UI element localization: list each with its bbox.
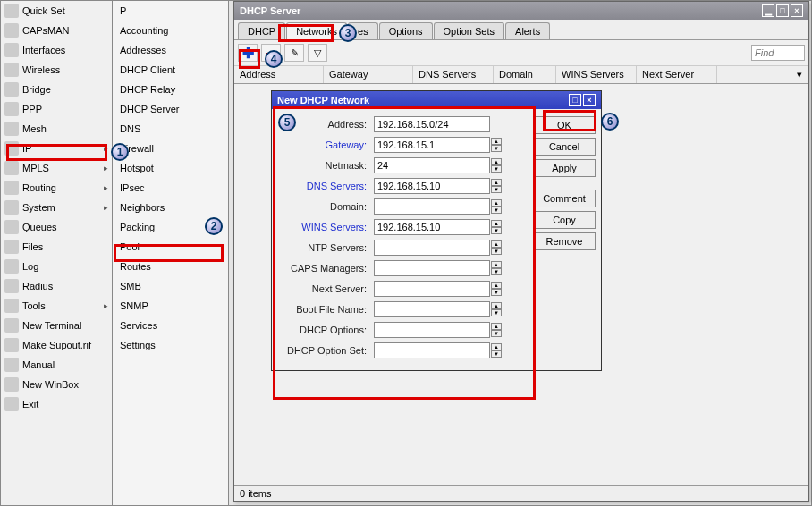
input-ntp[interactable] [374, 240, 490, 256]
stepper-down-icon[interactable]: ▼ [491, 186, 502, 193]
dialog-close-icon[interactable]: × [583, 94, 596, 106]
sidebar-item-files[interactable]: Files [1, 237, 112, 257]
stepper-boot[interactable]: ▲▼ [491, 302, 502, 316]
submenu-item-smb[interactable]: SMB [113, 276, 228, 296]
stepper-up-icon[interactable]: ▲ [491, 158, 502, 165]
submenu-item-dns[interactable]: DNS [113, 119, 228, 139]
column-header[interactable]: Next Server [637, 66, 717, 83]
comment-button[interactable]: Comment [533, 190, 596, 207]
window-max-icon[interactable]: □ [776, 4, 789, 17]
input-netmask[interactable] [374, 157, 490, 173]
submenu-item-dhcp-server[interactable]: DHCP Server [113, 99, 228, 119]
column-menu-icon[interactable]: ▾ [717, 66, 808, 83]
input-dns[interactable] [374, 178, 490, 194]
input-domain[interactable] [374, 198, 490, 215]
stepper-up-icon[interactable]: ▲ [491, 302, 502, 309]
stepper-gateway[interactable]: ▲▼ [491, 138, 502, 152]
input-address[interactable] [374, 116, 490, 132]
stepper-down-icon[interactable]: ▼ [491, 248, 502, 255]
column-header[interactable]: Gateway [324, 66, 413, 83]
stepper-down-icon[interactable]: ▼ [491, 268, 502, 275]
stepper-dns[interactable]: ▲▼ [491, 179, 502, 193]
apply-button[interactable]: Apply [533, 159, 596, 177]
column-header[interactable]: DNS Servers [413, 66, 494, 83]
input-boot[interactable] [374, 301, 490, 317]
submenu-item-accounting[interactable]: Accounting [113, 21, 228, 40]
submenu-item-routes[interactable]: Routes [113, 257, 228, 276]
submenu-item-pool[interactable]: Pool [113, 237, 228, 257]
submenu-item-services[interactable]: Services [113, 316, 228, 335]
sidebar-item-manual[interactable]: Manual [1, 355, 112, 375]
sidebar-item-bridge[interactable]: Bridge [1, 80, 112, 99]
input-wins[interactable] [374, 219, 490, 235]
dialog-min-icon[interactable]: □ [569, 94, 581, 106]
tab-dhcp[interactable]: DHCP [238, 22, 285, 39]
stepper-up-icon[interactable]: ▲ [491, 343, 502, 350]
copy-button[interactable]: Copy [533, 211, 596, 229]
filter-button[interactable]: ▽ [308, 44, 327, 62]
stepper-down-icon[interactable]: ▼ [491, 289, 502, 296]
ok-button[interactable]: OK [533, 116, 596, 134]
sidebar-item-mpls[interactable]: MPLS▸ [1, 158, 112, 178]
stepper-down-icon[interactable]: ▼ [491, 165, 502, 173]
stepper-up-icon[interactable]: ▲ [491, 282, 502, 289]
submenu-item-settings[interactable]: Settings [113, 335, 228, 355]
stepper-down-icon[interactable]: ▼ [491, 207, 502, 214]
stepper-down-icon[interactable]: ▼ [491, 330, 502, 337]
stepper-up-icon[interactable]: ▲ [491, 240, 502, 248]
submenu-item-p[interactable]: P [113, 1, 228, 21]
tab-alerts[interactable]: Alerts [505, 22, 550, 39]
tab-option-sets[interactable]: Option Sets [434, 22, 504, 39]
sidebar-item-log[interactable]: Log [1, 257, 112, 276]
stepper-next[interactable]: ▲▼ [491, 282, 502, 296]
sidebar-item-ip[interactable]: IP▸ [1, 139, 112, 158]
window-min-icon[interactable]: ▁ [762, 4, 774, 17]
cancel-button[interactable]: Cancel [533, 138, 596, 156]
sidebar-item-routing[interactable]: Routing▸ [1, 178, 112, 198]
stepper-up-icon[interactable]: ▲ [491, 179, 502, 186]
sidebar-item-tools[interactable]: Tools▸ [1, 296, 112, 316]
input-dhcpopt[interactable] [374, 322, 490, 338]
sidebar-item-new-terminal[interactable]: New Terminal [1, 316, 112, 335]
stepper-up-icon[interactable]: ▲ [491, 323, 502, 330]
stepper-down-icon[interactable]: ▼ [491, 145, 502, 152]
stepper-up-icon[interactable]: ▲ [491, 199, 502, 207]
input-next[interactable] [374, 281, 490, 297]
sidebar-item-interfaces[interactable]: Interfaces [1, 40, 112, 60]
edit-button[interactable]: ✎ [284, 44, 304, 62]
sidebar-item-radius[interactable]: Radius [1, 276, 112, 296]
stepper-wins[interactable]: ▲▼ [491, 220, 502, 234]
sidebar-item-ppp[interactable]: PPP [1, 99, 112, 119]
submenu-item-addresses[interactable]: Addresses [113, 40, 228, 60]
add-button[interactable]: ✚ [238, 44, 258, 62]
stepper-down-icon[interactable]: ▼ [491, 227, 502, 234]
sidebar-item-capsman[interactable]: CAPsMAN [1, 21, 112, 40]
column-header[interactable]: Address [234, 66, 324, 83]
tab-networks[interactable]: Networks [286, 22, 347, 39]
find-input[interactable] [751, 45, 805, 61]
submenu-item-dhcp-client[interactable]: DHCP Client [113, 60, 228, 80]
submenu-item-neighbors[interactable]: Neighbors [113, 198, 228, 217]
remove-button[interactable]: Remove [533, 232, 596, 250]
submenu-item-snmp[interactable]: SNMP [113, 296, 228, 316]
stepper-netmask[interactable]: ▲▼ [491, 158, 502, 173]
sidebar-item-quick-set[interactable]: Quick Set [1, 1, 112, 21]
stepper-dhcpopt[interactable]: ▲▼ [491, 323, 502, 337]
stepper-up-icon[interactable]: ▲ [491, 261, 502, 268]
sidebar-item-system[interactable]: System▸ [1, 198, 112, 217]
stepper-ntp[interactable]: ▲▼ [491, 240, 502, 255]
input-gateway[interactable] [374, 137, 490, 153]
sidebar-item-queues[interactable]: Queues [1, 217, 112, 237]
column-header[interactable]: Domain [494, 66, 556, 83]
stepper-down-icon[interactable]: ▼ [491, 309, 502, 316]
submenu-item-hotspot[interactable]: Hotspot [113, 158, 228, 178]
sidebar-item-mesh[interactable]: Mesh [1, 119, 112, 139]
stepper-up-icon[interactable]: ▲ [491, 138, 502, 145]
sidebar-item-make-supout-rif[interactable]: Make Supout.rif [1, 335, 112, 355]
tab-options[interactable]: Options [379, 22, 433, 39]
window-close-icon[interactable]: × [791, 4, 803, 17]
input-dhcpset[interactable] [374, 342, 490, 358]
stepper-up-icon[interactable]: ▲ [491, 220, 502, 227]
submenu-item-dhcp-relay[interactable]: DHCP Relay [113, 80, 228, 99]
stepper-down-icon[interactable]: ▼ [491, 350, 502, 358]
